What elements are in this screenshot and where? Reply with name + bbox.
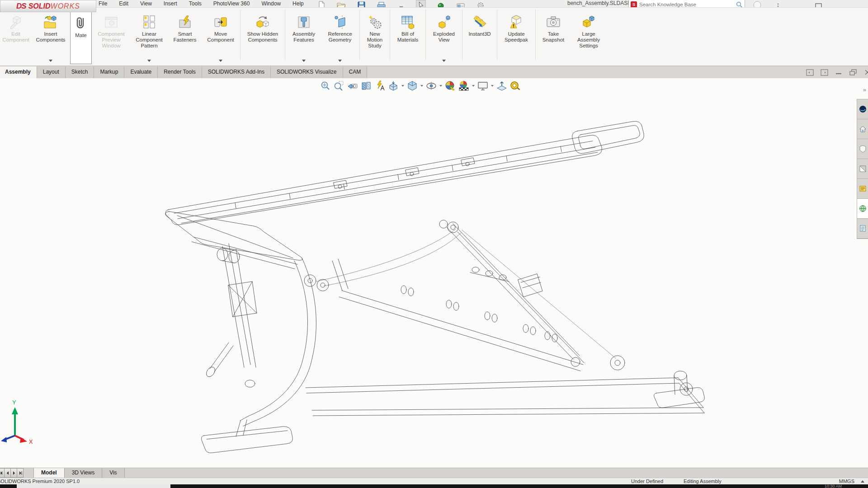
exploded-view-button[interactable]: Exploded View [427, 8, 461, 64]
dropdown-arrow-icon[interactable] [147, 60, 151, 62]
tab-cam[interactable]: CAM [343, 66, 368, 78]
tab-vis[interactable]: Vis [102, 468, 124, 478]
dropdown-arrow-icon[interactable] [302, 60, 306, 62]
bill-of-materials-button[interactable]: Bill of Materials [391, 8, 425, 64]
ds-logo-mark: DS [16, 2, 26, 11]
tab-markup[interactable]: Markup [94, 66, 124, 78]
qa-dropdown-icon[interactable] [396, 0, 406, 8]
app-minimize-button[interactable] [790, 0, 802, 8]
task-pane-custom-properties-icon[interactable] [857, 179, 868, 199]
mate-icon [73, 16, 89, 31]
reference-geometry-button[interactable]: Reference Geometry [321, 8, 359, 64]
doc-close-icon[interactable] [863, 69, 868, 76]
task-pane-expand-icon[interactable]: » [863, 86, 866, 93]
scroll-next-button[interactable] [11, 468, 17, 478]
menu-edit[interactable]: Edit [119, 0, 128, 7]
task-pane-resources-icon[interactable] [857, 119, 868, 139]
cad-model-wireframe[interactable] [0, 78, 868, 468]
dynamic-annotation-views-icon[interactable] [373, 80, 386, 92]
task-pane-file-explorer-icon[interactable] [857, 219, 868, 239]
scroll-last-button[interactable] [17, 468, 24, 478]
menu-view[interactable]: View [140, 0, 152, 7]
insert-components-button[interactable]: Insert Components [31, 8, 70, 64]
tab-solidworks-visualize[interactable]: SOLIDWORKS Visualize [271, 66, 343, 78]
menu-file[interactable]: File [99, 0, 107, 7]
hide-show-items-icon[interactable] [425, 80, 437, 92]
select-cursor-icon[interactable] [416, 0, 426, 8]
menu-photoview360[interactable]: PhotoView 360 [213, 0, 250, 7]
large-assembly-settings-button[interactable]: Large Assembly Settings [570, 8, 607, 64]
print-icon[interactable] [376, 0, 386, 8]
gear-icon[interactable] [476, 0, 486, 8]
menu-insert[interactable]: Insert [164, 0, 177, 7]
scroll-prev-button[interactable] [5, 468, 11, 478]
mate-button[interactable]: Mate [70, 9, 92, 64]
previous-view-icon[interactable] [346, 80, 359, 92]
expand-pane-right-icon[interactable] [820, 69, 828, 76]
edit-appearance-icon[interactable] [444, 80, 456, 92]
zoom-to-area-icon[interactable] [333, 80, 345, 92]
dropdown-arrow-icon[interactable] [219, 60, 222, 62]
hide-show-items-dropdown[interactable] [439, 80, 443, 92]
search-icon[interactable] [736, 1, 743, 8]
view-settings-icon[interactable] [476, 80, 489, 92]
tab-solidworks-add-ins[interactable]: SOLIDWORKS Add-Ins [202, 66, 271, 78]
task-pane-forum-icon[interactable] [857, 199, 868, 219]
view-orientation-icon[interactable] [387, 80, 399, 92]
instant3d-button[interactable]: Instant3D [463, 8, 496, 64]
open-document-icon[interactable] [336, 0, 346, 8]
tab-sketch[interactable]: Sketch [66, 66, 94, 78]
tab-evaluate[interactable]: Evaluate [124, 66, 158, 78]
search-input[interactable] [637, 2, 736, 7]
take-snapshot-button[interactable]: Take Snapshot [537, 8, 570, 64]
tab-layout[interactable]: Layout [37, 66, 66, 78]
graphics-area[interactable]: Y X » [0, 78, 868, 468]
show-hidden-components-button[interactable]: Show Hidden Components [241, 8, 284, 64]
save-icon[interactable] [356, 0, 366, 8]
new-motion-study-button[interactable]: New Motion Study [361, 8, 389, 64]
menu-window[interactable]: Window [261, 0, 281, 7]
menu-tools[interactable]: Tools [189, 0, 202, 7]
units-selector[interactable]: MMGS [839, 479, 868, 484]
apply-scene-icon[interactable] [458, 80, 470, 92]
help-button[interactable] [751, 0, 763, 8]
assembly-features-button[interactable]: Assembly Features [286, 8, 321, 64]
linear-component-pattern-button[interactable]: Linear Component Pattern [131, 8, 168, 64]
move-component-icon [213, 14, 228, 30]
smart-fasteners-button[interactable]: Smart Fasteners [168, 8, 202, 64]
scroll-first-button[interactable] [0, 468, 5, 478]
dropdown-arrow-icon[interactable] [49, 60, 52, 62]
3d-drawing-view-icon[interactable] [495, 80, 508, 92]
tab-3d-views[interactable]: 3D Views [65, 468, 102, 478]
app-maximize-button[interactable] [813, 0, 825, 8]
menu-help[interactable]: Help [292, 0, 304, 7]
macro-sphere-icon[interactable] [436, 0, 446, 8]
view-orientation-dropdown[interactable] [401, 80, 405, 92]
magnified-selection-icon[interactable] [509, 80, 521, 92]
collapse-pane-left-icon[interactable] [806, 69, 814, 76]
doc-minimize-icon[interactable] [835, 69, 843, 76]
dropdown-arrow-icon[interactable] [338, 60, 342, 62]
units-label: MMGS [839, 479, 854, 484]
section-view-icon[interactable] [360, 80, 372, 92]
doc-restore-icon[interactable] [849, 69, 857, 76]
move-component-button[interactable]: Move Component [202, 8, 239, 64]
update-speedpak-button[interactable]: Update Speedpak [498, 8, 534, 64]
solidworks-search-badge-icon: S [631, 1, 637, 8]
display-style-icon[interactable] [406, 80, 418, 92]
view-settings-dropdown[interactable] [490, 80, 494, 92]
new-document-icon[interactable] [316, 0, 326, 8]
apply-scene-dropdown[interactable] [471, 80, 475, 92]
dropdown-arrow-icon[interactable] [442, 60, 446, 62]
task-pane-design-library-icon[interactable] [857, 139, 868, 159]
zoom-to-fit-icon[interactable] [319, 80, 331, 92]
task-pane-appearances-icon[interactable] [857, 159, 868, 179]
task-pane-3dexperience-icon[interactable] [857, 99, 868, 119]
display-style-dropdown[interactable] [420, 80, 424, 92]
more-button[interactable] [772, 0, 784, 8]
tab-assembly[interactable]: Assembly [0, 66, 37, 78]
options-icon[interactable] [456, 0, 466, 8]
units-dropdown-icon[interactable] [861, 480, 864, 483]
tab-model[interactable]: Model [33, 468, 65, 478]
tab-render-tools[interactable]: Render Tools [158, 66, 202, 78]
